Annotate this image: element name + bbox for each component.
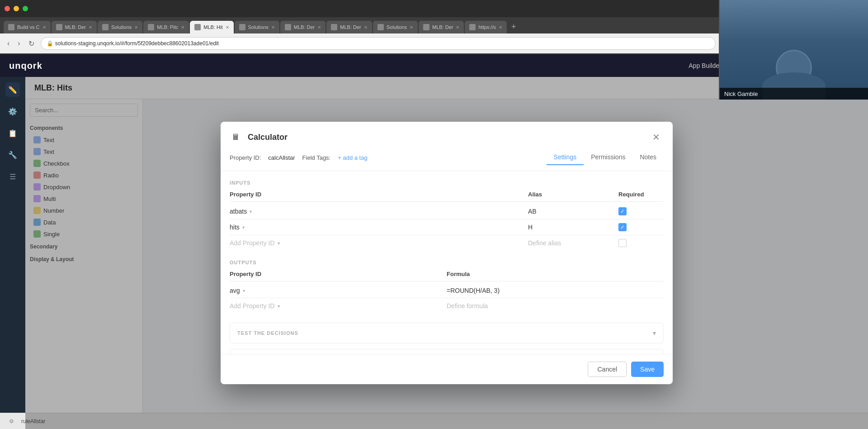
- tab-close[interactable]: ✕: [181, 25, 184, 30]
- browser-tab[interactable]: Build vs C ✕: [4, 21, 51, 33]
- calculator-icon: 🖩: [230, 131, 242, 143]
- content-area: MLB: Hits + Add Module Save ▾ Components…: [25, 77, 868, 429]
- sidebar-icon-list[interactable]: 📋: [5, 126, 20, 140]
- calculator-modal: 🖩 Calculator ✕ Property ID: calcAllstar …: [221, 122, 673, 384]
- add-tag-button[interactable]: + add a tag: [338, 154, 367, 161]
- tab-permissions[interactable]: Permissions: [584, 150, 632, 165]
- define-alias-input[interactable]: Define alias: [528, 239, 618, 247]
- modal-title: Calculator: [248, 133, 643, 142]
- main-layout: ✏️ ⚙️ 📋 🔧 ☰ MLB: Hits + Add Module Save …: [0, 77, 868, 429]
- tab-close[interactable]: ✕: [410, 25, 413, 30]
- tab-close[interactable]: ✕: [499, 25, 502, 30]
- th-property-id: Property ID: [230, 191, 528, 198]
- dropdown-arrow-icon[interactable]: ▾: [243, 288, 245, 293]
- sidebar-icon-menu[interactable]: ☰: [5, 169, 20, 184]
- input-required-atbats[interactable]: ✓: [618, 207, 664, 215]
- webcam-video: [720, 0, 868, 100]
- checkbox-checked-icon[interactable]: ✓: [618, 223, 627, 231]
- tab-close[interactable]: ✕: [226, 25, 229, 30]
- modal-meta: Property ID: calcAllstar Field Tags: + a…: [221, 144, 673, 171]
- checkmark: ✓: [620, 224, 625, 230]
- workspace: Components Text Text Checkbox: [25, 99, 868, 429]
- add-input-property-row: Add Property ID ▾ Define alias: [230, 235, 664, 251]
- add-output-property-row: Add Property ID ▾ Define formula: [230, 298, 664, 314]
- new-tab-button[interactable]: +: [508, 20, 520, 33]
- tab-favicon: [239, 24, 245, 30]
- tab-favicon: [8, 24, 14, 30]
- sidebar-icon-tools[interactable]: 🔧: [5, 148, 20, 162]
- expand-icon[interactable]: ▾: [653, 329, 656, 337]
- sidebar: ✏️ ⚙️ 📋 🔧 ☰: [0, 77, 25, 429]
- dropdown-arrow-icon[interactable]: ▾: [278, 241, 280, 246]
- add-output-property-input[interactable]: Add Property ID ▾: [230, 302, 447, 310]
- back-button[interactable]: ‹: [5, 38, 11, 49]
- tab-settings[interactable]: Settings: [547, 150, 584, 165]
- tab-close[interactable]: ✕: [271, 25, 275, 30]
- cancel-button[interactable]: Cancel: [588, 362, 627, 377]
- tab-favicon: [377, 24, 384, 30]
- tab-favicon: [194, 24, 201, 30]
- tab-notes[interactable]: Notes: [632, 150, 664, 165]
- tab-favicon: [148, 24, 154, 30]
- input-row-atbats: atbats ▾ AB ✓: [230, 204, 664, 219]
- browser-tab[interactable]: Solutions ✕: [98, 21, 142, 33]
- tab-label: MLB: Pitc: [157, 24, 178, 30]
- data-section: Data ▴: [230, 349, 664, 354]
- tab-label: https://s: [478, 24, 496, 30]
- define-formula-input[interactable]: Define formula: [447, 302, 664, 310]
- input-property-id-atbats: atbats ▾: [230, 208, 528, 215]
- tab-group: Settings Permissions Notes: [547, 150, 664, 165]
- sidebar-icon-settings[interactable]: ⚙️: [5, 104, 20, 119]
- browser-tab[interactable]: MLB: Der ✕: [280, 21, 326, 33]
- th-required: Required: [618, 191, 664, 198]
- browser-tab[interactable]: MLB: Der ✕: [419, 21, 464, 33]
- dropdown-arrow-icon[interactable]: ▾: [250, 209, 252, 214]
- tab-label: Solutions: [248, 24, 269, 30]
- save-button[interactable]: Save: [631, 362, 664, 377]
- tab-favicon: [423, 24, 429, 30]
- tab-close[interactable]: ✕: [364, 25, 368, 30]
- traffic-light-red[interactable]: [5, 6, 10, 11]
- test-decisions-header[interactable]: TEST THE DECISIONS ▾: [230, 323, 663, 343]
- data-section-header[interactable]: Data ▴: [230, 349, 663, 354]
- tab-close[interactable]: ✕: [317, 25, 321, 30]
- app-logo: unqork: [9, 61, 42, 71]
- tab-close[interactable]: ✕: [42, 25, 46, 30]
- test-decisions-section: TEST THE DECISIONS ▾: [230, 323, 664, 343]
- modal-close-button[interactable]: ✕: [649, 130, 664, 144]
- dropdown-arrow-icon[interactable]: ▾: [278, 304, 280, 309]
- tab-favicon: [56, 24, 62, 30]
- browser-tab[interactable]: MLB: Der ✕: [326, 21, 372, 33]
- tab-close[interactable]: ✕: [134, 25, 138, 30]
- th-output-property-id: Property ID: [230, 271, 447, 277]
- tab-close[interactable]: ✕: [89, 25, 92, 30]
- address-text: solutions-staging.unqork.io/#/form/5f209…: [55, 40, 219, 47]
- browser-tab[interactable]: MLB: Der ✕: [52, 21, 97, 33]
- dropdown-arrow-icon[interactable]: ▾: [242, 225, 245, 230]
- refresh-button[interactable]: ↻: [27, 38, 36, 50]
- browser-tab[interactable]: Solutions ✕: [235, 21, 279, 33]
- tab-label: Solutions: [111, 24, 132, 30]
- tab-label: Build vs C: [17, 24, 40, 30]
- tab-favicon: [285, 24, 291, 30]
- outputs-section: OUTPUTS Property ID Formula avg ▾: [230, 260, 664, 314]
- input-required-hits[interactable]: ✓: [618, 223, 664, 231]
- rule-icon: ⚙: [9, 418, 14, 424]
- required-checkbox-empty[interactable]: [618, 239, 664, 247]
- traffic-light-yellow[interactable]: [14, 6, 19, 11]
- tab-label: MLB: Hit: [203, 24, 222, 30]
- add-property-input[interactable]: Add Property ID ▾: [230, 239, 528, 247]
- address-bar[interactable]: 🔒 solutions-staging.unqork.io/#/form/5f2…: [41, 37, 716, 50]
- modal-footer: Cancel Save: [221, 354, 673, 384]
- browser-tab[interactable]: MLB: Pitc ✕: [143, 21, 189, 33]
- forward-button[interactable]: ›: [16, 38, 22, 49]
- traffic-light-green[interactable]: [23, 6, 28, 11]
- tab-close[interactable]: ✕: [456, 25, 459, 30]
- sidebar-icon-edit[interactable]: ✏️: [5, 82, 20, 97]
- browser-tab[interactable]: https://s ✕: [465, 21, 507, 33]
- browser-tab-active[interactable]: MLB: Hit ✕: [190, 21, 233, 33]
- modal-backdrop[interactable]: 🖩 Calculator ✕ Property ID: calcAllstar …: [25, 99, 868, 429]
- browser-tab[interactable]: Solutions ✕: [373, 21, 418, 33]
- checkmark: ✓: [620, 208, 625, 214]
- checkbox-checked-icon[interactable]: ✓: [618, 207, 627, 215]
